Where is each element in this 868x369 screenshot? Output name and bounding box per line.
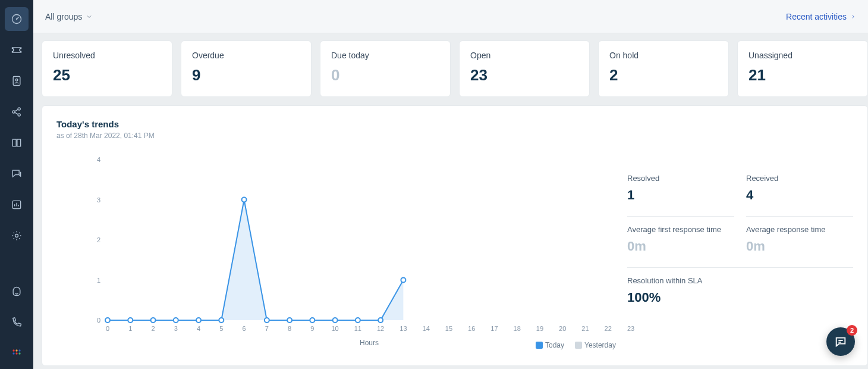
group-filter-label: All groups: [45, 12, 82, 21]
sidebar-item-phone[interactable]: [5, 311, 29, 334]
card-value: 9: [192, 66, 300, 85]
svg-point-54: [310, 318, 315, 323]
sidebar-item-contacts[interactable]: [5, 69, 29, 93]
summary-card[interactable]: Overdue9: [181, 40, 312, 97]
summary-card[interactable]: On hold2: [598, 40, 729, 97]
sidebar-item-dashboard[interactable]: [5, 7, 29, 31]
svg-text:20: 20: [559, 325, 566, 332]
svg-text:12: 12: [377, 325, 384, 332]
stat-value: 0m: [746, 239, 853, 254]
sidebar-item-social[interactable]: [5, 100, 29, 124]
stat-cell: Received4: [746, 165, 853, 216]
svg-text:11: 11: [354, 325, 361, 332]
svg-point-13: [15, 352, 17, 354]
forums-icon: [11, 168, 23, 180]
card-value: 2: [609, 66, 718, 85]
card-value: 25: [53, 66, 161, 85]
card-label: Overdue: [192, 51, 300, 60]
svg-point-1: [16, 18, 18, 20]
svg-point-14: [18, 352, 20, 354]
card-label: Unresolved: [53, 51, 161, 60]
svg-text:15: 15: [445, 325, 452, 332]
svg-point-55: [333, 318, 338, 323]
svg-text:2: 2: [97, 236, 100, 243]
chat-icon: [834, 335, 847, 348]
svg-text:9: 9: [310, 325, 314, 332]
stat-value: 1: [627, 187, 734, 203]
summary-card[interactable]: Open23: [459, 40, 590, 97]
card-value: 0: [331, 66, 439, 85]
sidebar-item-tickets[interactable]: [5, 38, 29, 62]
svg-point-47: [151, 318, 156, 323]
stat-label: Average response time: [746, 225, 853, 234]
stat-cell: Resolution within SLA100%: [627, 267, 853, 318]
svg-point-11: [18, 349, 20, 351]
stat-label: Average first response time: [627, 225, 734, 234]
recent-activities-link[interactable]: Recent activities: [786, 12, 856, 21]
summary-card[interactable]: Unresolved25: [42, 40, 172, 97]
summary-card[interactable]: Unassigned21: [737, 40, 868, 97]
summary-card[interactable]: Due today0: [320, 40, 451, 97]
svg-point-45: [105, 318, 110, 323]
svg-text:0: 0: [106, 325, 109, 332]
admin-icon: [11, 230, 23, 242]
sidebar-item-freddy[interactable]: [5, 280, 29, 304]
svg-text:7: 7: [265, 325, 269, 332]
svg-text:16: 16: [468, 325, 475, 332]
svg-point-50: [219, 318, 224, 323]
sidebar-item-analytics[interactable]: [5, 193, 29, 217]
svg-point-51: [242, 198, 247, 202]
svg-text:22: 22: [605, 325, 612, 332]
sidebar-item-apps[interactable]: [5, 342, 29, 365]
apps-icon: [11, 348, 23, 359]
svg-text:5: 5: [219, 325, 223, 332]
summary-cards-row: Unresolved25Overdue9Due today0Open23On h…: [42, 40, 868, 97]
svg-text:23: 23: [627, 325, 634, 332]
sidebar-item-forums[interactable]: [5, 162, 29, 186]
card-value: 21: [749, 66, 857, 85]
svg-text:17: 17: [490, 325, 498, 332]
stat-label: Received: [746, 174, 853, 183]
svg-text:Hours: Hours: [360, 339, 379, 347]
stat-value: 0m: [627, 239, 734, 254]
stat-value: 4: [746, 187, 853, 203]
group-filter[interactable]: All groups: [45, 12, 93, 21]
sidebar-item-admin[interactable]: [5, 224, 29, 248]
card-value: 23: [470, 66, 578, 85]
svg-text:6: 6: [243, 325, 246, 332]
header-bar: All groups Recent activities: [33, 0, 868, 33]
trends-chart: 0123401234567891011121314151617181920212…: [90, 154, 637, 350]
chart-legend: Today Yesterday: [536, 341, 616, 349]
chevron-down-icon: [86, 13, 93, 20]
chat-badge: 2: [847, 325, 857, 336]
sidebar: [0, 0, 33, 369]
svg-point-49: [196, 318, 201, 323]
solutions-icon: [11, 137, 23, 149]
dashboard-icon: [11, 13, 23, 25]
svg-point-53: [287, 318, 292, 323]
svg-point-3: [15, 79, 18, 82]
main-content: Unresolved25Overdue9Due today0Open23On h…: [33, 33, 868, 369]
svg-text:3: 3: [174, 325, 178, 332]
svg-text:8: 8: [288, 325, 291, 332]
phone-icon: [11, 317, 23, 329]
legend-yesterday: Yesterday: [575, 341, 616, 349]
trends-panel: Today's trends as of 28th Mar 2022, 01:4…: [42, 105, 868, 366]
social-icon: [11, 106, 23, 118]
analytics-icon: [11, 199, 23, 211]
svg-text:2: 2: [151, 325, 155, 332]
svg-text:0: 0: [97, 317, 100, 324]
trends-title: Today's trends: [56, 119, 853, 129]
ticket-icon: [11, 44, 23, 56]
svg-point-12: [12, 352, 14, 354]
svg-text:1: 1: [97, 277, 100, 284]
svg-text:18: 18: [514, 325, 521, 332]
recent-activities-label: Recent activities: [786, 12, 847, 21]
card-label: On hold: [609, 51, 718, 60]
svg-point-9: [12, 349, 14, 351]
stat-label: Resolution within SLA: [627, 276, 853, 285]
chat-fab[interactable]: 2: [826, 327, 855, 356]
sidebar-item-solutions[interactable]: [5, 131, 29, 155]
svg-text:19: 19: [536, 325, 543, 332]
trends-chart-svg: 0123401234567891011121314151617181920212…: [90, 154, 637, 350]
